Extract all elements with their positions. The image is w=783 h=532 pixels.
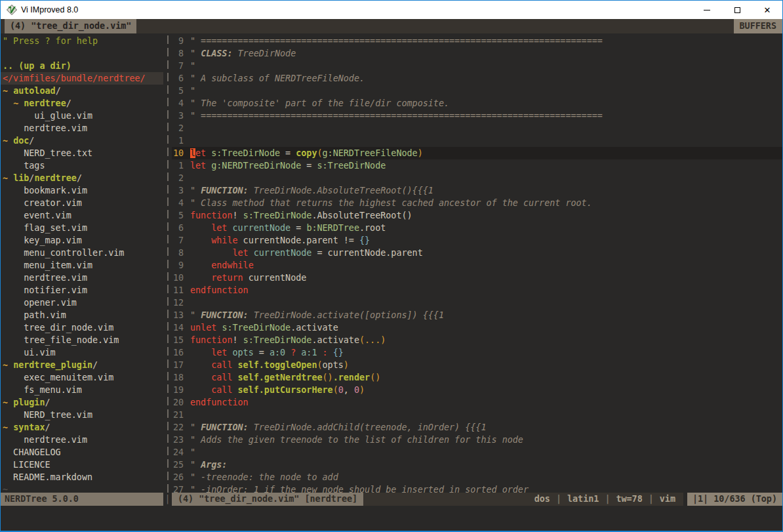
code-line[interactable]: 10 return currentNode bbox=[172, 272, 782, 284]
status-flag-separator: | bbox=[556, 494, 561, 504]
code-line[interactable]: 18 call self.getNerdtree().render() bbox=[172, 371, 782, 384]
line-number: 26 bbox=[172, 471, 190, 483]
code-line[interactable]: 3" FUNCTION: TreeDirNode.AbsoluteTreeRoo… bbox=[172, 184, 782, 197]
nerdtree-item[interactable]: creator.vim bbox=[1, 197, 163, 209]
nerdtree-item[interactable]: tree_file_node.vim bbox=[1, 334, 163, 346]
nerdtree-item[interactable]: notifier.vim bbox=[1, 284, 163, 297]
nerdtree-item[interactable]: tags bbox=[1, 159, 163, 172]
nerdtree-item[interactable]: fs_menu.vim bbox=[1, 384, 163, 396]
nerdtree-item[interactable]: LICENCE bbox=[1, 459, 163, 471]
code-line[interactable]: 16 let opts = a:0 ? a:1 : {} bbox=[172, 346, 782, 359]
nerdtree-item[interactable]: ~ autoload/ bbox=[1, 85, 163, 97]
nerdtree-item[interactable]: nerdtree.vim bbox=[1, 122, 163, 134]
code-line[interactable]: 5function! s:TreeDirNode.AbsoluteTreeRoo… bbox=[172, 209, 782, 222]
nerdtree-item[interactable]: ~ lib/nerdtree/ bbox=[1, 172, 163, 184]
nerdtree-item[interactable]: nerdtree.vim bbox=[1, 272, 163, 284]
nerdtree-item[interactable]: README.markdown bbox=[1, 471, 163, 483]
code-line[interactable]: 26" -treenode: the node to add bbox=[172, 471, 782, 483]
code-line[interactable]: 21 bbox=[172, 409, 782, 421]
code-line[interactable]: 4" Class method that returns the highest… bbox=[172, 197, 782, 209]
maximize-button[interactable] bbox=[722, 1, 752, 19]
nerdtree-item[interactable]: path.vim bbox=[1, 309, 163, 321]
line-number: 25 bbox=[172, 459, 190, 471]
line-number: 21 bbox=[172, 409, 190, 421]
line-number: 5 bbox=[172, 85, 190, 97]
code-line[interactable]: 6" A subclass of NERDTreeFileNode. bbox=[172, 72, 782, 85]
code-line[interactable]: 22" FUNCTION: TreeDirNode.addChild(treen… bbox=[172, 421, 782, 434]
nerdtree-item[interactable]: ~ nerdtree/ bbox=[1, 97, 163, 110]
nerdtree-item[interactable]: .. (up a dir) bbox=[1, 60, 163, 72]
line-number: 3 bbox=[172, 110, 190, 122]
code-line[interactable]: 25" Args: bbox=[172, 459, 782, 471]
code-line[interactable]: 8" CLASS: TreeDirNode bbox=[172, 47, 782, 60]
code-line[interactable]: 1 bbox=[172, 134, 782, 147]
code-line[interactable]: 17 call self.toggleOpen(opts) bbox=[172, 359, 782, 371]
line-number: 2 bbox=[172, 172, 190, 184]
code-line[interactable]: 19 call self.putCursorHere(0, 0) bbox=[172, 384, 782, 396]
nerdtree-item[interactable]: NERD_tree.vim bbox=[1, 409, 163, 421]
code-line[interactable]: 13" FUNCTION: TreeDirNode.activate([opti… bbox=[172, 309, 782, 321]
code-line[interactable]: 4" The 'composite' part of the file/dir … bbox=[172, 97, 782, 110]
tab-tree-dir-node[interactable]: (4) "tree_dir_node.vim" bbox=[5, 19, 136, 33]
nerdtree-item[interactable]: NERD_tree.txt bbox=[1, 147, 163, 159]
close-button[interactable]: ✕ bbox=[752, 1, 782, 19]
nerdtree-item[interactable]: ~ plugin/ bbox=[1, 396, 163, 409]
statusline-position: |1| 10/636 (Top) bbox=[687, 493, 782, 506]
nerdtree-item[interactable]: tree_dir_node.vim bbox=[1, 321, 163, 334]
code-line[interactable]: 2 bbox=[172, 122, 782, 134]
code-line[interactable]: 10let s:TreeDirNode = copy(g:NERDTreeFil… bbox=[172, 147, 782, 159]
editor-panel: 9" =====================================… bbox=[172, 33, 782, 493]
nerdtree-item[interactable]: </vimfiles/bundle/nerdtree/ bbox=[1, 72, 163, 85]
nerdtree-item[interactable]: flag_set.vim bbox=[1, 222, 163, 234]
nerdtree-item[interactable]: menu_item.vim bbox=[1, 259, 163, 272]
code-line[interactable]: 2 bbox=[172, 172, 782, 184]
nerdtree-item[interactable] bbox=[1, 47, 163, 60]
nerdtree-item[interactable]: ~ doc/ bbox=[1, 134, 163, 147]
code-line[interactable]: 20endfunction bbox=[172, 396, 782, 409]
code-line[interactable]: 7" bbox=[172, 60, 782, 72]
code-line[interactable]: 7 while currentNode.parent != {} bbox=[172, 234, 782, 247]
code-line[interactable]: 8 let currentNode = currentNode.parent bbox=[172, 247, 782, 259]
window-split-separator[interactable] bbox=[163, 33, 172, 493]
code-line[interactable]: 1let g:NERDTreeDirNode = s:TreeDirNode bbox=[172, 159, 782, 172]
code-line[interactable]: 3" =====================================… bbox=[172, 110, 782, 122]
nerdtree-item[interactable]: exec_menuitem.vim bbox=[1, 371, 163, 384]
minimize-button[interactable] bbox=[692, 1, 722, 19]
nerdtree-item[interactable]: event.vim bbox=[1, 209, 163, 222]
nerdtree-item[interactable]: ~ nerdtree_plugin/ bbox=[1, 359, 163, 371]
line-number: 22 bbox=[172, 421, 190, 434]
close-icon: ✕ bbox=[764, 6, 771, 14]
nerdtree-item[interactable]: opener.vim bbox=[1, 297, 163, 309]
line-number: 23 bbox=[172, 434, 190, 446]
nerdtree-item[interactable]: CHANGELOG bbox=[1, 446, 163, 459]
nerdtree-item[interactable]: menu_controller.vim bbox=[1, 247, 163, 259]
nerdtree-item[interactable]: bookmark.vim bbox=[1, 184, 163, 197]
titlebar[interactable]: Vi IMproved 8.0 ✕ bbox=[1, 1, 782, 19]
nerdtree-item[interactable]: ~ syntax/ bbox=[1, 421, 163, 434]
minimize-icon bbox=[704, 10, 710, 10]
code-line[interactable]: 9 endwhile bbox=[172, 259, 782, 272]
nerdtree-item[interactable]: nerdtree.vim bbox=[1, 434, 163, 446]
window-controls: ✕ bbox=[692, 1, 782, 19]
code-line[interactable]: 14unlet s:TreeDirNode.activate bbox=[172, 321, 782, 334]
code-line[interactable]: 11endfunction bbox=[172, 284, 782, 297]
code-line[interactable]: 6 let currentNode = b:NERDTree.root bbox=[172, 222, 782, 234]
buffers-label[interactable]: BUFFERS bbox=[734, 19, 782, 33]
status-flag: dos bbox=[534, 494, 550, 504]
status-flag-separator: | bbox=[605, 494, 610, 504]
nerdtree-item[interactable]: ~ bbox=[1, 483, 163, 493]
code-line[interactable]: 15function! s:TreeDirNode.activate(...) bbox=[172, 334, 782, 346]
nerdtree-item[interactable]: ui.vim bbox=[1, 346, 163, 359]
nerdtree-item[interactable]: ui_glue.vim bbox=[1, 110, 163, 122]
statusline: NERDTree 5.0.0 | (4) "tree_dir_node.vim"… bbox=[1, 493, 782, 506]
gvim-window: Vi IMproved 8.0 ✕ (4) "tree_dir_node.vim… bbox=[0, 0, 783, 532]
nerdtree-item[interactable]: key_map.vim bbox=[1, 234, 163, 247]
code-line[interactable]: 23" Adds the given treenode to the list … bbox=[172, 434, 782, 446]
code-line[interactable]: 12 bbox=[172, 297, 782, 309]
code-line[interactable]: 27" -inOrder: 1 if the new node should b… bbox=[172, 483, 782, 493]
command-line[interactable] bbox=[1, 506, 782, 531]
nerdtree-item[interactable]: " Press ? for help bbox=[1, 35, 163, 47]
code-line[interactable]: 24" bbox=[172, 446, 782, 459]
code-line[interactable]: 5" bbox=[172, 85, 782, 97]
code-line[interactable]: 9" =====================================… bbox=[172, 35, 782, 47]
